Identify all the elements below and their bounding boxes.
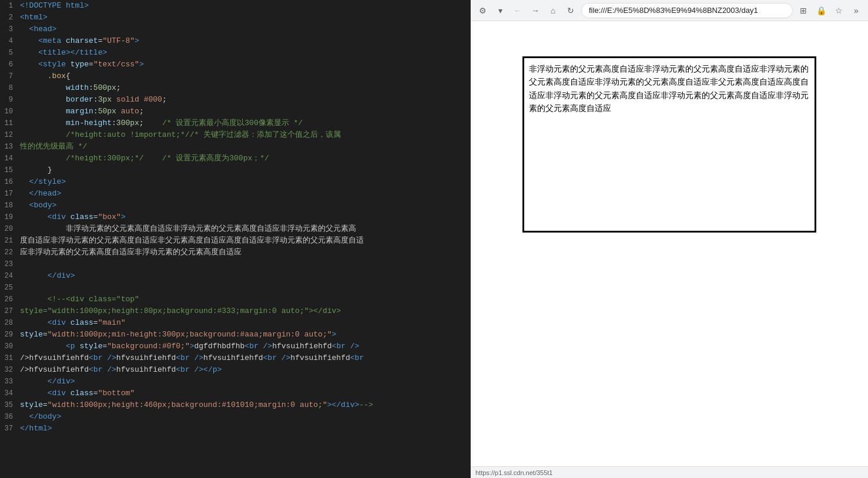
editor-line: 29style="width:1000px;min-height:300px;b… (0, 329, 470, 341)
line-content: min-height:300px; /* 设置元素最小高度以300像素显示 */ (18, 117, 470, 129)
line-number: 23 (0, 258, 18, 270)
line-number: 13 (0, 141, 18, 153)
line-number: 11 (0, 117, 18, 129)
line-content: </body> (18, 411, 470, 423)
grid-button[interactable]: ⊞ (796, 4, 810, 18)
line-number: 20 (0, 223, 18, 235)
line-number: 18 (0, 200, 18, 211)
line-content: <head> (18, 23, 470, 35)
line-content: } (18, 164, 470, 176)
editor-line: 22应非浮动元素的父元素高度自适应非浮动元素的父元素高度自适应 (0, 247, 470, 258)
editor-line: 10 margin:50px auto; (0, 106, 470, 117)
line-content: </head> (18, 188, 470, 200)
line-content: <style type="text/css"> (18, 59, 470, 70)
line-content: width:500px; (18, 82, 470, 94)
refresh-button[interactable]: ↻ (564, 4, 578, 18)
editor-line: 20 非浮动元素的父元素高度自适应非浮动元素的父元素高度自适应非浮动元素的父元素… (0, 223, 470, 235)
editor-line: 9 border:3px solid #000; (0, 94, 470, 106)
line-content: <div class="bottom" (18, 388, 470, 399)
code-editor[interactable]: 1<!DOCTYPE html>2<html>3 <head>4 <meta c… (0, 0, 470, 478)
line-number: 19 (0, 211, 18, 223)
home-button[interactable]: ⌂ (546, 4, 560, 18)
line-number: 16 (0, 176, 18, 188)
line-content: <p style="background:#0f0;">dgfdfhbdfhb<… (18, 341, 470, 352)
line-content: />hfvsuihfiehfd<br />hfvsuihfiehfd<br />… (18, 364, 470, 376)
browser-content: 非浮动元素的父元素高度自适应非浮动元素的父元素高度自适应非浮动元素的父元素高度自… (471, 21, 868, 466)
editor-line: 32/>hfvsuihfiehfd<br />hfvsuihfiehfd<br … (0, 364, 470, 376)
status-text: https://p1.ssl.cdn.net/355t1 (475, 469, 552, 476)
line-number: 30 (0, 341, 18, 352)
bookmark-button[interactable]: ☆ (832, 4, 846, 18)
line-content: </html> (18, 423, 470, 435)
line-content: border:3px solid #000; (18, 94, 470, 106)
line-number: 37 (0, 423, 18, 435)
editor-line: 37</html> (0, 423, 470, 435)
line-number: 15 (0, 164, 18, 176)
more-button[interactable]: » (849, 4, 863, 18)
line-content: /*height:300px;*/ /* 设置元素高度为300px；*/ (18, 153, 470, 164)
editor-line: 4 <meta charset="UTF-8"> (0, 35, 470, 47)
editor-line: 12 /*height:auto !important;*//* 关键字过滤器：… (0, 129, 470, 141)
line-number: 26 (0, 294, 18, 305)
line-number: 32 (0, 364, 18, 376)
line-content (18, 282, 470, 294)
editor-line: 7 .box{ (0, 70, 470, 82)
url-bar[interactable]: file:///E:/%E5%8D%83%E9%94%8BNZ2003/day1 (581, 3, 793, 18)
line-content: 应非浮动元素的父元素高度自适应非浮动元素的父元素高度自适应 (18, 247, 470, 258)
forward-button[interactable]: → (528, 4, 542, 18)
line-number: 25 (0, 282, 18, 294)
browser-toolbar: ⚙ ▾ ← → ⌂ ↻ file:///E:/%E5%8D%83%E9%94%8… (471, 0, 868, 21)
line-content: /*height:auto !important;*//* 关键字过滤器：添加了… (18, 129, 470, 141)
line-content: />hfvsuihfiehfd<br />hfvsuihfiehfd<br />… (18, 352, 470, 364)
editor-content: 1<!DOCTYPE html>2<html>3 <head>4 <meta c… (0, 0, 470, 435)
editor-line: 31/>hfvsuihfiehfd<br />hfvsuihfiehfd<br … (0, 352, 470, 364)
line-number: 2 (0, 12, 18, 23)
line-number: 3 (0, 23, 18, 35)
browser-panel: ⚙ ▾ ← → ⌂ ↻ file:///E:/%E5%8D%83%E9%94%8… (470, 0, 868, 478)
line-content: </div> (18, 376, 470, 388)
line-content: style="width:1000px;min-height:300px;bac… (18, 329, 470, 341)
line-content: <!DOCTYPE html> (18, 0, 470, 12)
editor-line: 21度自适应非浮动元素的父元素高度自适应非父元素高度自适应高度自适应非浮动元素的… (0, 235, 470, 247)
line-number: 21 (0, 235, 18, 247)
editor-line: 16 </style> (0, 176, 470, 188)
line-number: 7 (0, 70, 18, 82)
line-content: <html> (18, 12, 470, 23)
line-content: margin:50px auto; (18, 106, 470, 117)
editor-line: 23 (0, 258, 470, 270)
editor-line: 24 </div> (0, 270, 470, 282)
line-content: <meta charset="UTF-8"> (18, 35, 470, 47)
line-number: 12 (0, 129, 18, 141)
preview-text: 非浮动元素的父元素高度自适应非浮动元素的父元素高度自适应非浮动元素的父元素高度自… (529, 65, 809, 113)
editor-line: 30 <p style="background:#0f0;">dgfdfhbdf… (0, 341, 470, 352)
line-number: 6 (0, 59, 18, 70)
line-number: 1 (0, 0, 18, 12)
line-number: 36 (0, 411, 18, 423)
editor-line: 27style="width:1000px;height:80px;backgr… (0, 305, 470, 317)
editor-line: 5 <title></title> (0, 47, 470, 59)
line-number: 8 (0, 82, 18, 94)
line-number: 4 (0, 35, 18, 47)
gear-button[interactable]: ⚙ (475, 4, 490, 18)
editor-line: 3 <head> (0, 23, 470, 35)
line-number: 35 (0, 399, 18, 411)
back-button[interactable]: ← (511, 4, 525, 18)
editor-line: 14 /*height:300px;*/ /* 设置元素高度为300px；*/ (0, 153, 470, 164)
line-number: 24 (0, 270, 18, 282)
chevron-button[interactable]: ▾ (493, 4, 507, 18)
line-number: 5 (0, 47, 18, 59)
lock-button[interactable]: 🔒 (814, 4, 828, 18)
line-content: .box{ (18, 70, 470, 82)
editor-line: 18 <body> (0, 200, 470, 211)
line-content: <div class="main" (18, 317, 470, 329)
browser-status: https://p1.ssl.cdn.net/355t1 (471, 466, 868, 478)
line-content: </div> (18, 270, 470, 282)
line-content: </style> (18, 176, 470, 188)
editor-line: 6 <style type="text/css"> (0, 59, 470, 70)
editor-line: 34 <div class="bottom" (0, 388, 470, 399)
line-content: 非浮动元素的父元素高度自适应非浮动元素的父元素高度自适应非浮动元素的父元素高 (18, 223, 470, 235)
editor-line: 1<!DOCTYPE html> (0, 0, 470, 12)
line-number: 31 (0, 352, 18, 364)
editor-line: 36 </body> (0, 411, 470, 423)
line-content: <!--<div class="top" (18, 294, 470, 305)
